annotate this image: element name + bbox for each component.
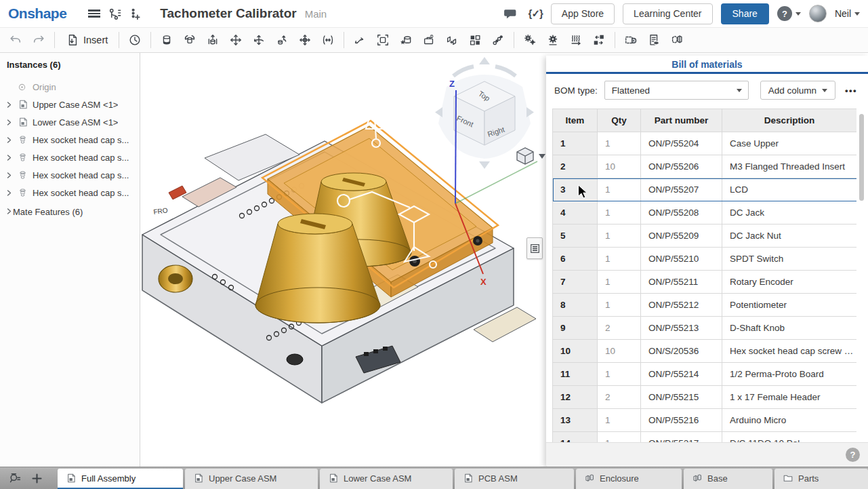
app-store-button[interactable]: App Store <box>551 3 615 24</box>
bom-overflow-menu-icon[interactable]: ••• <box>842 81 860 100</box>
version-tree-icon[interactable] <box>104 3 125 24</box>
view-options-button[interactable] <box>517 148 545 164</box>
bom-table-row[interactable]: 14 1 ON/P/55217 D/C 11DO 10 Pol... <box>553 432 857 443</box>
expand-chevron-icon[interactable] <box>5 172 18 179</box>
insert-button[interactable]: Insert <box>59 29 115 51</box>
expand-chevron-icon[interactable] <box>5 189 18 197</box>
tree-item[interactable]: Hex socket head cap s... <box>0 149 140 166</box>
add-column-button[interactable]: Add column <box>760 81 835 100</box>
undo-button[interactable] <box>4 29 27 51</box>
expand-chevron-icon[interactable] <box>5 136 18 144</box>
instance-label: Origin <box>33 82 56 92</box>
bom-table-row[interactable]: 8 1 ON/P/55212 Potentiometer <box>553 294 857 317</box>
bom-column-header[interactable]: Item <box>553 109 598 132</box>
assembly-3d-model[interactable]: FRO Top Front Right Z X <box>140 53 546 467</box>
exploded-view-button[interactable] <box>587 29 611 51</box>
tree-item[interactable]: Hex socket head cap s... <box>0 184 140 201</box>
bom-type-select[interactable]: Flattened <box>604 81 749 100</box>
pin-slot-mate-button[interactable] <box>270 29 293 51</box>
exploded-view-icon <box>592 33 606 47</box>
cylindrical-mate-button[interactable] <box>247 29 270 51</box>
bom-table-row[interactable]: 6 1 ON/P/55210 SPDT Switch <box>553 248 857 271</box>
learning-center-button[interactable]: Learning Center <box>623 3 712 24</box>
show-hidden-button[interactable] <box>665 29 688 51</box>
fastened-mate-button[interactable] <box>155 29 178 51</box>
dc-jack-nut[interactable] <box>159 265 192 292</box>
user-menu[interactable]: Neil <box>835 8 860 19</box>
document-tab[interactable]: Base <box>684 469 772 489</box>
bom-table-row[interactable]: 7 1 ON/P/55211 Rotary Encoder <box>553 271 857 294</box>
bom-table-row[interactable]: 3 1 ON/P/55207 LCD <box>553 178 857 201</box>
bom-table-row[interactable]: 2 10 ON/P/55206 M3 Flanged Threaded Inse… <box>553 155 857 178</box>
bom-table-row[interactable]: 4 1 ON/P/55208 DC Jack <box>553 201 857 224</box>
tree-item[interactable]: Lower Case ASM <1> <box>0 113 140 131</box>
main-menu-icon[interactable] <box>84 3 104 24</box>
bom-table-row[interactable]: 10 10 ON/S/20536 Hex socket head cap scr… <box>553 340 857 363</box>
graphics-viewport[interactable]: FRO Top Front Right Z X <box>140 53 546 467</box>
linear-pattern-button[interactable] <box>463 29 487 51</box>
manage-tabs-icon[interactable] <box>5 469 24 488</box>
document-tab[interactable]: Lower Case ASM <box>320 469 453 489</box>
bom-table-row[interactable]: 9 2 ON/P/55213 D-Shaft Knob <box>553 317 857 340</box>
mate-features-item[interactable]: Mate Features (6) <box>0 203 140 220</box>
document-tab[interactable]: Enclosure <box>576 469 682 489</box>
expand-chevron-icon[interactable] <box>5 101 18 109</box>
expand-chevron-icon[interactable] <box>5 207 13 217</box>
bom-scrollbar-thumb[interactable] <box>859 114 864 201</box>
in-context-button[interactable] <box>417 29 440 51</box>
tree-item[interactable]: Origin <box>0 78 140 96</box>
slider-mate-button[interactable] <box>201 29 224 51</box>
bom-table-row[interactable]: 11 1 ON/P/55214 1/2 Perma-Proto Board <box>553 363 857 386</box>
document-tab[interactable]: Parts <box>774 469 868 489</box>
rotate-left-arrow[interactable] <box>435 107 442 117</box>
rotate-right-arrow[interactable] <box>526 107 534 117</box>
sprocket-relation-button[interactable] <box>541 29 564 51</box>
document-tab[interactable]: PCB ASM <box>455 469 574 489</box>
bom-panel-toggle-button[interactable] <box>526 237 543 259</box>
tree-item[interactable]: Hex socket head cap s... <box>0 131 140 149</box>
bom-scrollbar[interactable] <box>859 111 864 439</box>
planar-mate-button[interactable] <box>224 29 247 51</box>
clock-button[interactable] <box>123 29 146 51</box>
rotate-down-arrow[interactable] <box>479 161 490 169</box>
user-avatar[interactable] <box>809 5 827 22</box>
ball-mate-button[interactable] <box>293 29 316 51</box>
mate-button[interactable] <box>348 29 371 51</box>
tangent-mate-button[interactable] <box>316 29 339 51</box>
rotate-up-arrow[interactable] <box>479 57 490 64</box>
bom-help-icon[interactable]: ? <box>846 448 860 462</box>
featurescript-notices-icon[interactable]: {✓} <box>529 7 543 20</box>
bom-table-button[interactable] <box>642 29 665 51</box>
redo-button[interactable] <box>27 29 50 51</box>
transform-button[interactable] <box>440 29 463 51</box>
tree-item[interactable]: Upper Case ASM <1> <box>0 96 140 113</box>
bom-table-row[interactable]: 5 1 ON/P/55209 DC Jack Nut <box>553 224 857 248</box>
expand-chevron-icon[interactable] <box>5 119 18 126</box>
bom-column-header[interactable]: Part number <box>641 109 722 132</box>
create-part-button[interactable] <box>394 29 417 51</box>
expand-chevron-icon[interactable] <box>5 154 18 161</box>
comments-icon[interactable] <box>500 3 520 24</box>
bom-column-header[interactable]: Qty <box>598 109 641 132</box>
bom-table-row[interactable]: 12 2 ON/P/55215 1 x 17 Female Header <box>553 386 857 409</box>
bom-table-row[interactable]: 1 1 ON/P/55204 Case Upper <box>553 132 857 155</box>
document-tab[interactable]: Full Assembly <box>58 469 183 489</box>
document-tab[interactable]: Upper Case ASM <box>185 469 318 489</box>
bom-table-row[interactable]: 13 1 ON/P/55216 Arduino Micro <box>553 409 857 432</box>
gear-relation-button[interactable] <box>518 29 541 51</box>
revolute-mate-button[interactable] <box>178 29 201 51</box>
group-button[interactable] <box>371 29 394 51</box>
circular-pattern-button[interactable] <box>487 29 510 51</box>
help-menu[interactable]: ? <box>777 6 801 21</box>
workspace-name[interactable]: Main <box>305 8 327 20</box>
chevron-down-icon <box>795 12 801 16</box>
bom-column-header[interactable]: Description <box>722 109 857 132</box>
add-tab-icon[interactable] <box>27 469 46 488</box>
section-view-button[interactable] <box>619 29 642 51</box>
insert-element-icon[interactable] <box>125 3 145 24</box>
tree-item[interactable]: Hex socket head cap s... <box>0 166 140 184</box>
help-icon[interactable]: ? <box>777 6 792 21</box>
screw-relation-button[interactable] <box>564 29 587 51</box>
share-button[interactable]: Share <box>721 3 769 24</box>
onshape-logo[interactable]: Onshape <box>8 5 66 22</box>
